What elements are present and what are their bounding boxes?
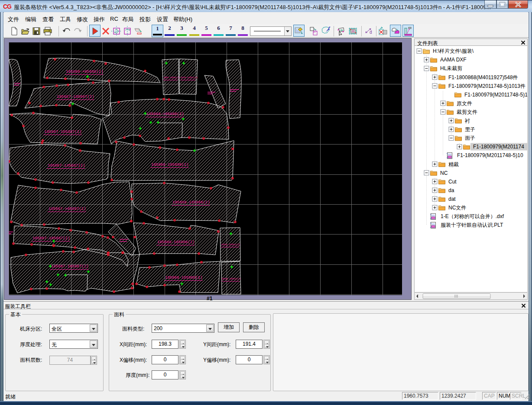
svg-text:185868-185968(2): 185868-185968(2) <box>165 276 202 280</box>
svg-text:Cut: Cut <box>448 179 457 185</box>
svg-text:185887-185887(2): 185887-185887(2) <box>51 264 88 269</box>
svg-text:185868->85868(2): 185868->85868(2) <box>66 70 103 74</box>
svg-text:185868-185898(2): 185868-185898(2) <box>151 163 188 167</box>
svg-text:185887-185887(2): 185887-185887(2) <box>32 236 70 241</box>
svg-text:NC文件: NC文件 <box>448 205 466 211</box>
svg-text:H:\样片文件\服装\: H:\样片文件\服装\ <box>433 48 474 54</box>
svg-text:HL未裁剪: HL未裁剪 <box>440 65 462 71</box>
svg-text:面子: 面子 <box>465 135 475 141</box>
svg-text:服装十字针眼自动认识.PLT: 服装十字针眼自动认识.PLT <box>441 222 503 228</box>
svg-text:F1-1800979(M2011748-5)101: F1-1800979(M2011748-5)101 <box>464 92 528 98</box>
svg-text:1-E（对称的可以合并）.dxf: 1-E（对称的可以合并）.dxf <box>441 213 504 219</box>
svg-text:衬: 衬 <box>464 118 470 124</box>
svg-text:AAMA DXF: AAMA DXF <box>440 57 467 63</box>
svg-text:1858-18581(2): 1858-18581(2) <box>181 77 198 79</box>
svg-text:185687-185667(2): 185687-185667(2) <box>57 95 94 99</box>
svg-text:里子: 里子 <box>465 126 475 132</box>
svg-text:1858-18581(2): 1858-18581(2) <box>163 77 180 79</box>
svg-text:F1-1800868(M4011927)548件: F1-1800868(M4011927)548件 <box>448 74 518 80</box>
svg-text:NC: NC <box>440 170 448 176</box>
svg-text:d: d <box>370 30 372 35</box>
svg-text:裁剪文件: 裁剪文件 <box>457 109 477 115</box>
svg-text:18581-185811(2): 18581-185811(2) <box>221 244 240 246</box>
svg-text:185667-145887(2): 185667-145887(2) <box>48 164 85 168</box>
svg-text:185868->85868(2): 185868->85868(2) <box>146 112 184 116</box>
svg-text:F1-1800979(M2011748-5)10: F1-1800979(M2011748-5)10 <box>457 152 523 158</box>
svg-text:185888-185888(2): 185888-185888(2) <box>157 240 195 244</box>
svg-text:A: A <box>352 29 354 33</box>
svg-text:dat: dat <box>448 196 456 202</box>
svg-text:F1-1800979(M201174: F1-1800979(M201174 <box>473 144 524 150</box>
svg-text:185888-185868(2): 185888-185868(2) <box>172 200 210 205</box>
svg-text:185887-185887(2): 185887-185887(2) <box>44 130 81 134</box>
svg-text:da: da <box>448 187 454 193</box>
svg-text:18581-185811(2): 18581-185811(2) <box>221 278 241 280</box>
svg-text:原文件: 原文件 <box>457 100 472 106</box>
svg-text:185667->85667(2): 185667->85667(2) <box>49 207 86 211</box>
svg-text:精裁: 精裁 <box>448 161 459 167</box>
svg-text:F1-1800979(M2011748-5)1013件: F1-1800979(M2011748-5)1013件 <box>448 83 526 89</box>
